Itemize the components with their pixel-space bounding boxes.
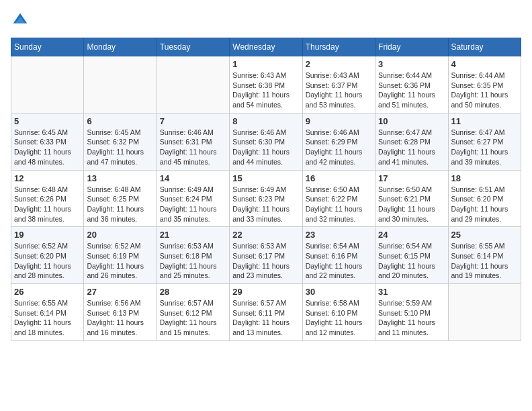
calendar-day-cell: 12Sunrise: 6:48 AM Sunset: 6:26 PM Dayli… — [11, 170, 84, 227]
day-number: 24 — [378, 230, 445, 240]
calendar-day-cell — [11, 56, 84, 113]
day-number: 9 — [306, 116, 372, 126]
calendar-table: SundayMondayTuesdayWednesdayThursdayFrid… — [11, 38, 521, 341]
day-info: Sunrise: 5:59 AM Sunset: 5:10 PM Dayligh… — [378, 298, 445, 338]
day-info: Sunrise: 6:44 AM Sunset: 6:36 PM Dayligh… — [378, 71, 445, 110]
page-header — [11, 11, 521, 30]
calendar-day-cell: 8Sunrise: 6:46 AM Sunset: 6:30 PM Daylig… — [230, 113, 302, 170]
calendar-day-cell: 21Sunrise: 6:53 AM Sunset: 6:18 PM Dayli… — [157, 227, 229, 284]
day-number: 13 — [87, 173, 153, 183]
calendar-day-cell: 11Sunrise: 6:47 AM Sunset: 6:27 PM Dayli… — [448, 113, 521, 170]
calendar-day-cell: 2Sunrise: 6:43 AM Sunset: 6:37 PM Daylig… — [302, 56, 375, 113]
day-number: 19 — [14, 230, 81, 240]
calendar-day-cell: 15Sunrise: 6:49 AM Sunset: 6:23 PM Dayli… — [230, 170, 302, 227]
weekday-header: Wednesday — [230, 38, 302, 56]
day-info: Sunrise: 6:57 AM Sunset: 6:12 PM Dayligh… — [160, 298, 226, 338]
day-number: 5 — [14, 116, 81, 126]
calendar-week-row: 5Sunrise: 6:45 AM Sunset: 6:33 PM Daylig… — [11, 113, 521, 170]
day-info: Sunrise: 6:50 AM Sunset: 6:21 PM Dayligh… — [378, 185, 445, 224]
day-info: Sunrise: 6:46 AM Sunset: 6:30 PM Dayligh… — [232, 128, 299, 167]
calendar-day-cell: 24Sunrise: 6:54 AM Sunset: 6:15 PM Dayli… — [375, 227, 448, 284]
calendar-day-cell: 10Sunrise: 6:47 AM Sunset: 6:28 PM Dayli… — [375, 113, 448, 170]
weekday-header: Monday — [84, 38, 157, 56]
day-number: 20 — [87, 230, 153, 240]
calendar-day-cell: 1Sunrise: 6:43 AM Sunset: 6:38 PM Daylig… — [230, 56, 302, 113]
day-number: 6 — [87, 116, 153, 126]
weekday-header: Tuesday — [157, 38, 229, 56]
day-number: 29 — [232, 287, 299, 297]
day-info: Sunrise: 6:43 AM Sunset: 6:38 PM Dayligh… — [232, 71, 299, 110]
day-info: Sunrise: 6:46 AM Sunset: 6:31 PM Dayligh… — [160, 128, 226, 167]
calendar-day-cell: 23Sunrise: 6:54 AM Sunset: 6:16 PM Dayli… — [302, 227, 375, 284]
day-info: Sunrise: 6:55 AM Sunset: 6:14 PM Dayligh… — [451, 241, 518, 281]
calendar-day-cell: 9Sunrise: 6:46 AM Sunset: 6:29 PM Daylig… — [302, 113, 375, 170]
day-number: 27 — [87, 287, 153, 297]
day-number: 4 — [451, 59, 518, 69]
calendar-week-row: 12Sunrise: 6:48 AM Sunset: 6:26 PM Dayli… — [11, 170, 521, 227]
calendar-day-cell — [448, 284, 521, 341]
calendar-day-cell: 14Sunrise: 6:49 AM Sunset: 6:24 PM Dayli… — [157, 170, 229, 227]
day-info: Sunrise: 6:46 AM Sunset: 6:29 PM Dayligh… — [306, 128, 372, 167]
weekday-header: Thursday — [302, 38, 375, 56]
day-info: Sunrise: 6:56 AM Sunset: 6:13 PM Dayligh… — [87, 298, 153, 338]
calendar-day-cell: 16Sunrise: 6:50 AM Sunset: 6:22 PM Dayli… — [302, 170, 375, 227]
calendar-day-cell: 20Sunrise: 6:52 AM Sunset: 6:19 PM Dayli… — [84, 227, 157, 284]
day-number: 28 — [160, 287, 226, 297]
day-info: Sunrise: 6:50 AM Sunset: 6:22 PM Dayligh… — [306, 185, 372, 224]
calendar-day-cell: 27Sunrise: 6:56 AM Sunset: 6:13 PM Dayli… — [84, 284, 157, 341]
logo — [11, 11, 32, 30]
weekday-header: Saturday — [448, 38, 521, 56]
calendar-day-cell: 5Sunrise: 6:45 AM Sunset: 6:33 PM Daylig… — [11, 113, 84, 170]
day-info: Sunrise: 6:54 AM Sunset: 6:15 PM Dayligh… — [378, 241, 445, 281]
day-number: 18 — [451, 173, 518, 183]
day-number: 17 — [378, 173, 445, 183]
calendar-day-cell: 29Sunrise: 6:57 AM Sunset: 6:11 PM Dayli… — [230, 284, 302, 341]
calendar-week-row: 19Sunrise: 6:52 AM Sunset: 6:20 PM Dayli… — [11, 227, 521, 284]
calendar-day-cell: 30Sunrise: 6:58 AM Sunset: 6:10 PM Dayli… — [302, 284, 375, 341]
day-info: Sunrise: 6:52 AM Sunset: 6:19 PM Dayligh… — [87, 241, 153, 281]
calendar-day-cell: 7Sunrise: 6:46 AM Sunset: 6:31 PM Daylig… — [157, 113, 229, 170]
calendar-day-cell: 25Sunrise: 6:55 AM Sunset: 6:14 PM Dayli… — [448, 227, 521, 284]
day-number: 11 — [451, 116, 518, 126]
calendar-day-cell: 3Sunrise: 6:44 AM Sunset: 6:36 PM Daylig… — [375, 56, 448, 113]
day-number: 8 — [232, 116, 299, 126]
day-number: 31 — [378, 287, 445, 297]
day-number: 14 — [160, 173, 226, 183]
day-number: 10 — [378, 116, 445, 126]
day-info: Sunrise: 6:58 AM Sunset: 6:10 PM Dayligh… — [306, 298, 372, 338]
day-info: Sunrise: 6:43 AM Sunset: 6:37 PM Dayligh… — [306, 71, 372, 110]
day-number: 1 — [232, 59, 299, 69]
day-info: Sunrise: 6:53 AM Sunset: 6:17 PM Dayligh… — [232, 241, 299, 281]
calendar-day-cell: 18Sunrise: 6:51 AM Sunset: 6:20 PM Dayli… — [448, 170, 521, 227]
day-info: Sunrise: 6:54 AM Sunset: 6:16 PM Dayligh… — [306, 241, 372, 281]
day-number: 16 — [306, 173, 372, 183]
calendar-day-cell — [157, 56, 229, 113]
calendar-day-cell: 17Sunrise: 6:50 AM Sunset: 6:21 PM Dayli… — [375, 170, 448, 227]
day-info: Sunrise: 6:45 AM Sunset: 6:33 PM Dayligh… — [14, 128, 81, 167]
day-number: 7 — [160, 116, 226, 126]
day-number: 2 — [306, 59, 372, 69]
day-info: Sunrise: 6:49 AM Sunset: 6:23 PM Dayligh… — [232, 185, 299, 224]
calendar-day-cell: 22Sunrise: 6:53 AM Sunset: 6:17 PM Dayli… — [230, 227, 302, 284]
calendar-day-cell: 13Sunrise: 6:48 AM Sunset: 6:25 PM Dayli… — [84, 170, 157, 227]
day-info: Sunrise: 6:55 AM Sunset: 6:14 PM Dayligh… — [14, 298, 81, 338]
day-number: 22 — [232, 230, 299, 240]
weekday-header: Friday — [375, 38, 448, 56]
day-number: 23 — [306, 230, 372, 240]
day-number: 12 — [14, 173, 81, 183]
day-info: Sunrise: 6:57 AM Sunset: 6:11 PM Dayligh… — [232, 298, 299, 338]
calendar-day-cell: 28Sunrise: 6:57 AM Sunset: 6:12 PM Dayli… — [157, 284, 229, 341]
calendar-day-cell — [84, 56, 157, 113]
calendar-day-cell: 19Sunrise: 6:52 AM Sunset: 6:20 PM Dayli… — [11, 227, 84, 284]
calendar-day-cell: 6Sunrise: 6:45 AM Sunset: 6:32 PM Daylig… — [84, 113, 157, 170]
day-info: Sunrise: 6:47 AM Sunset: 6:28 PM Dayligh… — [378, 128, 445, 167]
day-info: Sunrise: 6:53 AM Sunset: 6:18 PM Dayligh… — [160, 241, 226, 281]
calendar-day-cell: 4Sunrise: 6:44 AM Sunset: 6:35 PM Daylig… — [448, 56, 521, 113]
calendar-day-cell: 31Sunrise: 5:59 AM Sunset: 5:10 PM Dayli… — [375, 284, 448, 341]
calendar-header-row: SundayMondayTuesdayWednesdayThursdayFrid… — [11, 38, 521, 56]
calendar-day-cell: 26Sunrise: 6:55 AM Sunset: 6:14 PM Dayli… — [11, 284, 84, 341]
day-info: Sunrise: 6:49 AM Sunset: 6:24 PM Dayligh… — [160, 185, 226, 224]
day-number: 21 — [160, 230, 226, 240]
calendar-week-row: 1Sunrise: 6:43 AM Sunset: 6:38 PM Daylig… — [11, 56, 521, 113]
logo-icon — [11, 11, 30, 30]
